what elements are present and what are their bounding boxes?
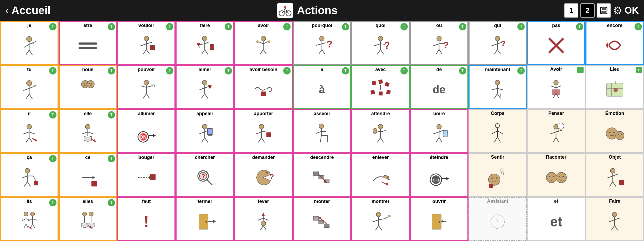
svg-point-84	[84, 83, 85, 84]
svg-line-208	[33, 176, 36, 181]
svg-rect-105	[379, 92, 383, 95]
svg-line-62	[439, 50, 442, 54]
svg-marker-298	[441, 220, 443, 223]
card-pourquoi[interactable]: T pourquoi ?	[293, 21, 351, 65]
card-corps[interactable]: Corps	[468, 109, 527, 153]
svg-line-13	[24, 44, 29, 47]
svg-marker-142	[153, 134, 156, 137]
svg-point-19	[144, 36, 149, 41]
card-et[interactable]: et et	[527, 197, 585, 241]
card-avec[interactable]: T avec	[351, 65, 410, 109]
card-lever[interactable]: lever	[234, 197, 293, 241]
svg-point-108	[495, 80, 500, 85]
card-ce[interactable]: T ce	[59, 153, 117, 197]
card-attendre[interactable]: attendre	[351, 109, 410, 153]
card-boire[interactable]: boire	[410, 109, 468, 153]
svg-point-238	[546, 172, 557, 183]
card-asseoir[interactable]: asseoir	[293, 109, 351, 153]
card-apporter[interactable]: apporter	[234, 109, 293, 153]
card-chercher[interactable]: chercher ?	[176, 153, 234, 197]
card-faire-side[interactable]: Faire	[585, 197, 644, 241]
card-nous[interactable]: T nous	[59, 65, 117, 109]
svg-line-183	[497, 131, 503, 134]
back-label[interactable]: Accueil	[11, 4, 50, 17]
card-etre[interactable]: T être	[59, 21, 117, 65]
svg-line-59	[433, 44, 439, 46]
card-sentir[interactable]: Sentir	[468, 153, 527, 197]
card-elle[interactable]: T elle	[59, 109, 117, 153]
svg-rect-179	[443, 133, 447, 137]
card-montrer[interactable]: montrer	[351, 197, 410, 241]
card-monter[interactable]: monter	[293, 197, 351, 241]
save-icon-button[interactable]	[597, 3, 611, 18]
card-aimer[interactable]: T aimer	[176, 65, 234, 109]
card-faut[interactable]: faut !	[117, 197, 176, 241]
svg-point-2	[284, 6, 286, 8]
card-vouloir[interactable]: T vouloir	[117, 21, 176, 65]
card-objet[interactable]: Objet	[585, 153, 644, 197]
card-de[interactable]: T de de	[410, 65, 468, 109]
svg-line-169	[377, 138, 380, 142]
card-descendre[interactable]: descendre	[293, 153, 351, 197]
card-ou[interactable]: T où ?	[410, 21, 468, 65]
card-faire[interactable]: T faire	[176, 21, 234, 65]
card-demander[interactable]: demander ?	[234, 153, 293, 197]
card-raconter[interactable]: Raconter	[527, 153, 585, 197]
card-il[interactable]: T il	[0, 109, 59, 153]
svg-line-291	[375, 226, 379, 230]
svg-line-203	[22, 176, 27, 178]
svg-line-93	[146, 94, 150, 98]
svg-rect-25	[150, 45, 155, 50]
card-emotion[interactable]: Émotion	[585, 109, 644, 153]
card-pouvoir[interactable]: T pouvoir	[117, 65, 176, 109]
card-tu[interactable]: T tu	[0, 65, 59, 109]
card-avoir[interactable]: T avoir	[234, 21, 293, 65]
svg-rect-157	[266, 132, 271, 137]
card-maintenant[interactable]: T maintenant	[468, 65, 527, 109]
svg-point-151	[259, 124, 264, 129]
svg-point-197	[614, 132, 615, 133]
card-quoi[interactable]: T quoi ?	[351, 21, 410, 65]
card-appeler[interactable]: appeler	[176, 109, 234, 153]
nav-button-1[interactable]: 1	[564, 3, 578, 18]
t-badge: T	[283, 67, 291, 74]
card-avoir-besoin[interactable]: T avoir besoin	[234, 65, 293, 109]
card-qui[interactable]: T qui ?	[468, 21, 527, 65]
card-eteindre[interactable]: éteindre OFF	[410, 153, 468, 197]
card-ca[interactable]: T ça	[0, 153, 59, 197]
svg-point-64	[495, 36, 500, 41]
svg-rect-207	[34, 181, 38, 185]
svg-line-305	[611, 226, 615, 230]
card-ouvrir[interactable]: ouvrir	[410, 197, 468, 241]
card-allumer[interactable]: allumer ON	[117, 109, 176, 153]
card-avoir-side[interactable]: L Avoir	[527, 65, 585, 109]
svg-line-31	[205, 50, 208, 54]
card-fermer[interactable]: fermer	[176, 197, 234, 241]
ok-button[interactable]: OK	[625, 5, 639, 16]
settings-button[interactable]: ⚙	[613, 4, 622, 17]
svg-line-185	[497, 137, 501, 142]
card-assistant[interactable]: Assistant ?	[468, 197, 527, 241]
page-title: Actions	[297, 4, 337, 17]
card-enlever[interactable]: enlever	[351, 153, 410, 197]
svg-rect-211	[91, 181, 97, 186]
svg-point-85	[86, 83, 87, 84]
svg-point-251	[24, 212, 28, 216]
card-je[interactable]: T je	[0, 21, 59, 65]
svg-point-257	[30, 212, 35, 216]
svg-line-176	[436, 138, 439, 142]
nav-button-2[interactable]: 2	[580, 3, 595, 18]
card-pas[interactable]: T pas	[527, 21, 585, 65]
svg-point-200	[621, 134, 622, 135]
card-bouger[interactable]: bouger	[117, 153, 176, 197]
svg-text:?: ?	[327, 39, 332, 50]
card-ils[interactable]: T ils	[0, 197, 59, 241]
card-a[interactable]: T à à	[293, 65, 351, 109]
card-lieu[interactable]: L Lieu	[585, 65, 644, 109]
card-encore[interactable]: T encore	[585, 21, 644, 65]
back-button[interactable]: ‹	[5, 5, 9, 17]
card-elles[interactable]: T elles	[59, 197, 117, 241]
card-penser[interactable]: Penser	[527, 109, 585, 153]
svg-line-98	[202, 94, 205, 98]
svg-line-153	[256, 132, 261, 134]
